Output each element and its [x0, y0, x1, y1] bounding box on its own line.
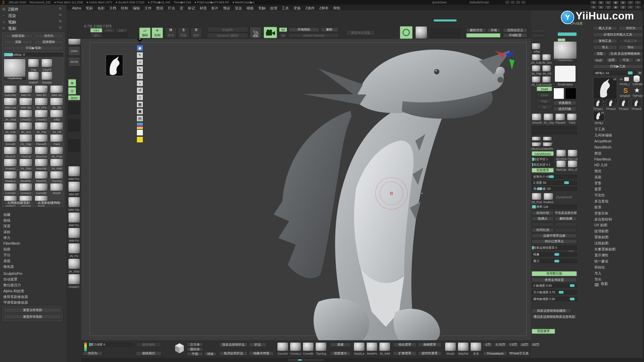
polycount-preset-button[interactable]: 15万: [520, 343, 530, 347]
tpose-thumbnail[interactable]: [593, 99, 603, 107]
yellow-color-tile[interactable]: [137, 136, 143, 143]
tool-menu-item[interactable]: FiberMesh: [594, 157, 611, 161]
tool-menu-item[interactable]: 子工具: [594, 127, 605, 132]
goz-r-button[interactable]: R: [635, 58, 643, 62]
perspective-button[interactable]: 彡透视: [250, 27, 261, 38]
brush-menu-item[interactable]: 弹力: [3, 236, 10, 240]
switch-color-button[interactable]: 切换颜色: [553, 101, 576, 105]
brush-tile[interactable]: [35, 122, 48, 130]
refresh-icon[interactable]: ↻: [59, 26, 62, 29]
load-from-project-button[interactable]: 从项目文件载入工具: [593, 33, 643, 37]
language-english-item[interactable]: English: [207, 27, 248, 32]
brush-from-mesh-button[interactable]: 从网格创建笔刷: [4, 201, 33, 205]
brush-tile[interactable]: 97: [35, 110, 48, 118]
brush-menu-item[interactable]: 扭曲: [3, 247, 10, 252]
brush-tile[interactable]: [35, 183, 48, 191]
primitive-cylinder-button[interactable]: 圆柱体: [187, 347, 203, 351]
tool-menu-item[interactable]: 图层: [594, 151, 601, 156]
mini-brush-tile[interactable]: [555, 113, 565, 121]
brush-menu-item[interactable]: 自动遮罩: [3, 277, 17, 282]
brush-tile[interactable]: 106: [4, 98, 17, 106]
zoom-actual-button[interactable]: 100%: [68, 46, 80, 56]
mirror-and-weld-button[interactable]: 镜像并焊接: [249, 351, 274, 356]
tool-menu-item[interactable]: 纹理贴图: [594, 229, 608, 234]
layout-toggle-button[interactable]: ▣: [612, 5, 619, 9]
palette-header-color[interactable]: 色彩: [601, 281, 608, 286]
cube-icon[interactable]: [174, 343, 185, 356]
tray-imm-brush-tile[interactable]: [68, 258, 80, 269]
tool-menu-item[interactable]: 表面: [594, 175, 601, 180]
backface-mask-button[interactable]: 背面遮罩: [532, 168, 554, 173]
brush-tile[interactable]: [35, 98, 48, 106]
material-slider[interactable]: [430, 28, 460, 33]
groups-by-visibility-button[interactable]: 可见多边形分组: [555, 211, 577, 215]
pin-icon[interactable]: [136, 39, 144, 44]
brush-tile[interactable]: [50, 171, 63, 179]
brush-tile-small[interactable]: [28, 59, 39, 67]
mini-brush-tile[interactable]: [543, 136, 552, 141]
knife-icon[interactable]: ∕: [137, 73, 143, 79]
brush-tile[interactable]: [50, 146, 63, 155]
undo-icon[interactable]: ↺: [137, 87, 143, 94]
default-zscript-button[interactable]: DefaultZScript: [470, 1, 489, 4]
copy-tool-button[interactable]: 复制工具: [593, 39, 617, 43]
layout-toggle-button[interactable]: ◫: [605, 1, 611, 4]
rshelf-top-button-2[interactable]: [532, 34, 546, 38]
mask-by-feature-button[interactable]: 按特性遮罩: [418, 351, 441, 356]
photo-icon[interactable]: ▣: [137, 108, 143, 115]
tray-imm-brush-tile[interactable]: [68, 228, 80, 238]
star-icon[interactable]: ★: [633, 86, 641, 94]
polycount-preset-button[interactable]: 2万: [483, 343, 493, 347]
brush-menu-item[interactable]: 修改器: [3, 264, 14, 269]
brush-tile[interactable]: [50, 122, 63, 130]
window-control-button[interactable]: [511, 1, 515, 4]
primitive-plane-button[interactable]: 平面: [187, 352, 203, 356]
tool-menu-item[interactable]: 导入: [594, 271, 601, 276]
document-preview-thumbnail[interactable]: [106, 55, 123, 76]
mini-brush-tile[interactable]: [542, 65, 551, 72]
tool-menu-item[interactable]: 预览: [594, 169, 601, 174]
tpose-subtool-button[interactable]: TPose|子工具: [508, 351, 529, 356]
brush-menu-item[interactable]: 创建: [3, 213, 10, 217]
tool-menu-item[interactable]: 显示属性: [594, 253, 608, 258]
layout-toggle-button[interactable]: ⊞: [590, 5, 597, 9]
primitive-sphere-button[interactable]: 球体: [204, 352, 216, 356]
crease-button[interactable]: 折边: [249, 343, 266, 347]
brush-tile[interactable]: 120: [19, 98, 33, 106]
tool-menu-item[interactable]: 法线贴图: [594, 241, 608, 246]
focal-shift-slider[interactable]: 焦点衰减 -53: [532, 187, 577, 191]
brush-tile[interactable]: 20: [35, 85, 48, 93]
palette-header-brush[interactable]: 笔刷: [8, 26, 16, 32]
tray-green-toggle-2[interactable]: ⊡: [68, 87, 76, 95]
material-tile[interactable]: [556, 149, 566, 157]
edit-mode-button[interactable]: ▱编辑: [139, 27, 151, 38]
mesh-from-brush-button[interactable]: 从笔刷创建网格: [35, 201, 63, 205]
current-alpha-tile[interactable]: [554, 65, 576, 82]
lazy-radius-slider[interactable]: 延迟半径 1: [532, 157, 554, 161]
use-tablet-button[interactable]: 使用数位板: [532, 271, 577, 276]
tool-menu-item[interactable]: NanoMesh: [594, 145, 611, 149]
delete-history-button[interactable]: 删除历史: [466, 28, 486, 33]
brush-menu-item[interactable]: 方位: [3, 253, 10, 257]
close-holes-button[interactable]: 封闭孔洞: [532, 228, 554, 232]
brush-menu-item[interactable]: Alpha 和纹理: [3, 289, 24, 294]
brush-tile[interactable]: [35, 146, 48, 155]
tray-tool-tile-1[interactable]: [68, 102, 80, 114]
crease-pg-button[interactable]: 按多边形组折边: [219, 343, 248, 347]
clone-button[interactable]: 克隆: [4, 40, 33, 44]
brush-menu-item[interactable]: 修剪笔刷修改器: [3, 295, 28, 299]
use-global-settings-button[interactable]: 使用全局设置: [532, 278, 577, 282]
select-icon-button[interactable]: 选择图标: [34, 40, 63, 44]
palette-header-render[interactable]: 渲染: [8, 13, 16, 19]
save-as-button[interactable]: 另存为: [83, 351, 102, 356]
size-sensitivity-slider[interactable]: 大小敏感度 0.75: [532, 290, 577, 294]
tpose-thumbnail[interactable]: [606, 99, 616, 107]
brush-tile[interactable]: [35, 171, 48, 179]
z-intensity-slider[interactable]: Z 强度 59: [532, 181, 577, 185]
qxyz-symmetry-button[interactable]: Qxyz: [68, 95, 80, 100]
tray-imm-brush-tile[interactable]: [68, 212, 80, 223]
current-brush-tile[interactable]: ClayBuildup: [4, 59, 26, 80]
material-tile[interactable]: [568, 160, 578, 168]
layout-toggle-button[interactable]: ⊡: [627, 1, 634, 4]
tray-tool-tile-3[interactable]: [68, 139, 80, 152]
